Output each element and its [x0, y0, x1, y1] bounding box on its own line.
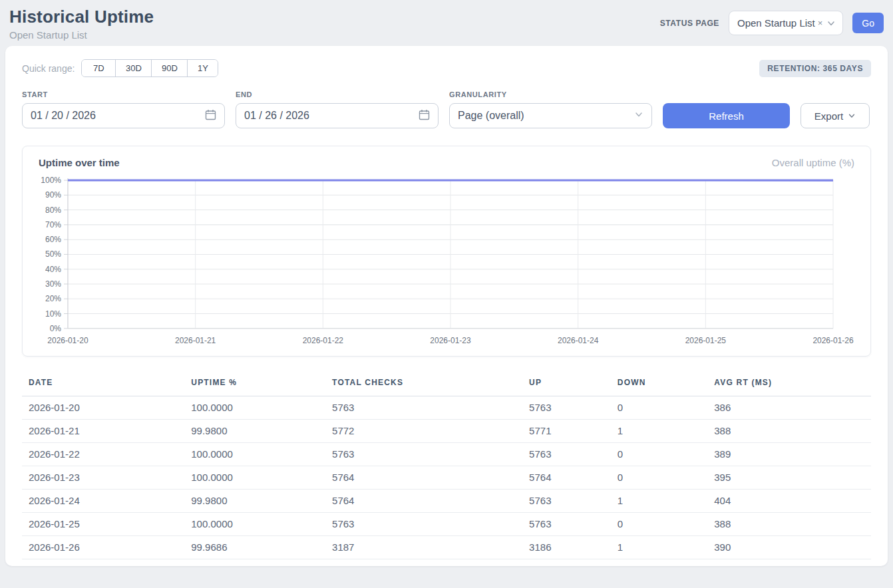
- table-row: 2026-01-2199.9800577257711388: [22, 420, 871, 443]
- table-cell: 0: [612, 396, 709, 420]
- filters-row: START 01 / 20 / 2026 END 01 / 26 / 2026 …: [22, 90, 871, 128]
- svg-text:0%: 0%: [50, 324, 62, 333]
- start-date-value: 01 / 20 / 2026: [31, 110, 96, 122]
- chart-header: Uptime over time Overall uptime (%): [39, 157, 854, 168]
- table-header-cell: DOWN: [612, 372, 709, 396]
- svg-text:2026-01-23: 2026-01-23: [430, 336, 471, 345]
- table-cell: 5764: [327, 466, 524, 490]
- table-cell: 388: [709, 420, 871, 443]
- table-cell: 2026-01-24: [22, 490, 186, 513]
- end-date-input[interactable]: 01 / 26 / 2026: [236, 103, 439, 128]
- table-cell: 5764: [524, 466, 612, 490]
- quick-range-button-7d[interactable]: 7D: [82, 60, 115, 76]
- table-cell: 2026-01-21: [22, 420, 186, 443]
- svg-text:2026-01-21: 2026-01-21: [175, 336, 216, 345]
- table-row: 2026-01-25100.0000576357630388: [22, 513, 871, 536]
- page-subtitle: Open Startup List: [9, 29, 154, 41]
- svg-text:100%: 100%: [41, 176, 61, 185]
- svg-text:40%: 40%: [45, 265, 61, 274]
- page-title: Historical Uptime: [9, 7, 154, 27]
- end-date-value: 01 / 26 / 2026: [244, 110, 309, 122]
- svg-text:2026-01-24: 2026-01-24: [558, 336, 599, 345]
- table-cell: 5764: [327, 490, 524, 513]
- end-label: END: [236, 90, 439, 98]
- export-button[interactable]: Export: [801, 103, 870, 128]
- chevron-down-icon: [634, 110, 643, 122]
- svg-text:50%: 50%: [45, 249, 61, 259]
- table-header-cell: AVG RT (MS): [709, 372, 871, 396]
- granularity-label: GRANULARITY: [449, 90, 652, 98]
- svg-text:2026-01-22: 2026-01-22: [303, 336, 344, 345]
- table-cell: 389: [709, 443, 871, 466]
- table-cell: 100.0000: [186, 396, 327, 420]
- svg-text:2026-01-26: 2026-01-26: [812, 336, 854, 345]
- table-cell: 395: [709, 466, 871, 490]
- table-cell: 5772: [327, 420, 524, 443]
- table-row: 2026-01-2499.9800576457631404: [22, 490, 871, 513]
- table-cell: 99.9686: [186, 536, 327, 559]
- table-cell: 1: [612, 490, 709, 513]
- table-cell: 100.0000: [186, 513, 327, 536]
- svg-text:60%: 60%: [45, 235, 61, 244]
- start-date-field: START 01 / 20 / 2026: [22, 90, 225, 128]
- table-cell: 100.0000: [186, 466, 327, 490]
- table-cell: 388: [709, 513, 871, 536]
- svg-text:10%: 10%: [45, 309, 61, 318]
- table-cell: 5763: [524, 513, 612, 536]
- table-cell: 5763: [327, 396, 524, 420]
- table-header-cell: UPTIME %: [186, 372, 327, 396]
- svg-text:2026-01-20: 2026-01-20: [47, 336, 89, 345]
- go-button[interactable]: Go: [852, 13, 884, 33]
- page-heading: Historical Uptime Open Startup List: [9, 7, 154, 41]
- header-controls: STATUS PAGE Open Startup List × Go: [660, 11, 884, 35]
- table-header-cell: TOTAL CHECKS: [327, 372, 524, 396]
- clear-icon[interactable]: ×: [818, 18, 823, 28]
- quick-range-label: Quick range:: [22, 63, 75, 74]
- table-cell: 2026-01-26: [22, 536, 186, 559]
- chart-title: Uptime over time: [39, 157, 120, 168]
- table-cell: 1: [612, 420, 709, 443]
- table-cell: 5763: [524, 490, 612, 513]
- svg-text:90%: 90%: [45, 190, 61, 200]
- table-cell: 3186: [524, 536, 612, 559]
- table-cell: 99.9800: [186, 490, 327, 513]
- table-row: 2026-01-20100.0000576357630386: [22, 396, 871, 420]
- chart-legend-label: Overall uptime (%): [772, 157, 854, 168]
- table-header-cell: DATE: [22, 372, 186, 396]
- table-cell: 2026-01-20: [22, 396, 186, 420]
- table-header-cell: UP: [524, 372, 612, 396]
- start-date-input[interactable]: 01 / 20 / 2026: [22, 103, 225, 128]
- calendar-icon[interactable]: [205, 109, 216, 123]
- table-row: 2026-01-2699.9686318731861390: [22, 536, 871, 559]
- quick-range-button-30d[interactable]: 30D: [115, 60, 151, 76]
- table-cell: 3187: [327, 536, 524, 559]
- table-cell: 0: [612, 443, 709, 466]
- table-cell: 5763: [524, 443, 612, 466]
- quick-range-button-1y[interactable]: 1Y: [187, 60, 218, 76]
- status-page-select[interactable]: Open Startup List ×: [729, 11, 843, 35]
- table-cell: 2026-01-25: [22, 513, 186, 536]
- uptime-line-chart: 0%10%20%30%40%50%60%70%80%90%100%2026-01…: [39, 175, 854, 348]
- main-card: Quick range: 7D30D90D1Y RETENTION: 365 D…: [5, 46, 888, 566]
- granularity-field: GRANULARITY Page (overall): [449, 90, 652, 128]
- quick-range-row: Quick range: 7D30D90D1Y RETENTION: 365 D…: [22, 59, 871, 77]
- table-cell: 404: [709, 490, 871, 513]
- table-header-row: DATEUPTIME %TOTAL CHECKSUPDOWNAVG RT (MS…: [22, 372, 871, 396]
- granularity-value: Page (overall): [458, 110, 524, 122]
- granularity-select[interactable]: Page (overall): [449, 103, 652, 128]
- table-cell: 99.9800: [186, 420, 327, 443]
- page-header: Historical Uptime Open Startup List STAT…: [0, 0, 893, 46]
- table-cell: 386: [709, 396, 871, 420]
- refresh-button[interactable]: Refresh: [663, 103, 790, 128]
- table-row: 2026-01-23100.0000576457640395: [22, 466, 871, 490]
- export-button-label: Export: [814, 110, 843, 122]
- table-cell: 0: [612, 513, 709, 536]
- svg-text:70%: 70%: [45, 220, 61, 229]
- table-cell: 5763: [327, 513, 524, 536]
- status-page-label: STATUS PAGE: [660, 19, 719, 28]
- table-row: 2026-01-22100.0000576357630389: [22, 443, 871, 466]
- status-page-value: Open Startup List: [737, 17, 815, 29]
- quick-range-button-90d[interactable]: 90D: [151, 60, 187, 76]
- retention-badge: RETENTION: 365 DAYS: [759, 60, 871, 77]
- calendar-icon[interactable]: [419, 109, 430, 123]
